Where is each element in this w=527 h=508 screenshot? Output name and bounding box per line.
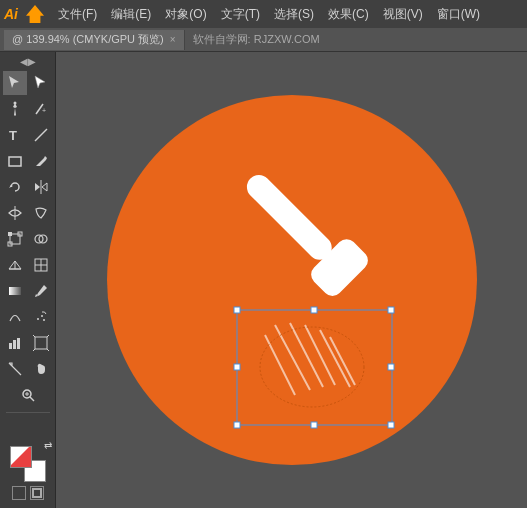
- menu-items: 文件(F) 编辑(E) 对象(O) 文字(T) 选择(S) 效果(C) 视图(V…: [52, 4, 486, 25]
- add-anchor-tool[interactable]: +: [29, 97, 53, 121]
- broom-artwork: [107, 95, 477, 465]
- svg-rect-34: [33, 489, 41, 497]
- menu-text[interactable]: 文字(T): [215, 4, 266, 25]
- toolbar-toggle[interactable]: ◀▶: [0, 56, 55, 67]
- tool-row-select: [0, 71, 55, 95]
- menu-effect[interactable]: 效果(C): [322, 4, 375, 25]
- rect-tool[interactable]: [3, 149, 27, 173]
- tab-close-button[interactable]: ×: [170, 34, 176, 45]
- toolbar: ◀▶ + T: [0, 52, 56, 508]
- svg-rect-35: [241, 170, 336, 265]
- svg-rect-51: [234, 422, 240, 428]
- tool-row-width: [0, 201, 55, 225]
- svg-rect-47: [311, 307, 317, 313]
- tool-row-type: T: [0, 123, 55, 147]
- tool-row-transform: [0, 227, 55, 251]
- svg-line-29: [47, 349, 49, 351]
- swap-colors-icon[interactable]: ⇄: [44, 440, 52, 451]
- rotate-tool[interactable]: [3, 175, 27, 199]
- select-tool[interactable]: [3, 71, 27, 95]
- tool-row-pen: +: [0, 97, 55, 121]
- menu-file[interactable]: 文件(F): [52, 4, 103, 25]
- svg-rect-53: [388, 422, 394, 428]
- menu-object[interactable]: 对象(O): [159, 4, 212, 25]
- tool-separator: [6, 412, 50, 413]
- svg-line-3: [35, 129, 47, 141]
- gradient-tool[interactable]: [3, 279, 27, 303]
- tool-row-slice: [0, 357, 55, 381]
- svg-point-21: [43, 319, 45, 321]
- svg-text:T: T: [9, 128, 17, 143]
- svg-rect-50: [388, 364, 394, 370]
- tab-website: 软件自学网: RJZXW.COM: [193, 32, 320, 47]
- color-mode-row: [12, 486, 44, 500]
- artboard-tool[interactable]: [29, 331, 53, 355]
- zoom-tool[interactable]: [16, 383, 40, 407]
- svg-rect-24: [17, 338, 20, 349]
- menu-window[interactable]: 窗口(W): [431, 4, 486, 25]
- svg-rect-46: [234, 307, 240, 313]
- svg-line-26: [33, 335, 35, 337]
- svg-point-20: [41, 315, 43, 317]
- menu-view[interactable]: 视图(V): [377, 4, 429, 25]
- svg-rect-25: [35, 337, 47, 349]
- tool-row-zoom: [0, 383, 55, 407]
- tool-row-blend: [0, 305, 55, 329]
- toggle-arrows-icon[interactable]: ◀▶: [20, 56, 36, 67]
- svg-rect-52: [311, 422, 317, 428]
- symbol-sprayer-tool[interactable]: [29, 305, 53, 329]
- width-tool[interactable]: [3, 201, 27, 225]
- svg-point-19: [37, 318, 39, 320]
- type-tool[interactable]: T: [3, 123, 27, 147]
- svg-line-31: [30, 397, 34, 401]
- eyedropper-tool[interactable]: [29, 279, 53, 303]
- perspective-tool[interactable]: [3, 253, 27, 277]
- diagonal-color: [10, 446, 31, 467]
- shape-builder-tool[interactable]: [29, 227, 53, 251]
- pencil-tool[interactable]: [29, 149, 53, 173]
- svg-line-28: [33, 349, 35, 351]
- tool-row-rotate: [0, 175, 55, 199]
- foreground-color-swatch[interactable]: [10, 446, 32, 468]
- warp-tool[interactable]: [29, 201, 53, 225]
- tool-row-gradient: [0, 279, 55, 303]
- color-swatch-stack[interactable]: ⇄: [10, 446, 46, 482]
- document-tab[interactable]: @ 139.94% (CMYK/GPU 预览) ×: [4, 30, 185, 50]
- svg-rect-48: [388, 307, 394, 313]
- color-fill-box[interactable]: [12, 486, 26, 500]
- menu-edit[interactable]: 编辑(E): [105, 4, 157, 25]
- tool-row-shape: [0, 149, 55, 173]
- app-logo: Ai: [4, 6, 18, 22]
- slice-tool[interactable]: [3, 357, 27, 381]
- svg-rect-23: [13, 340, 16, 349]
- svg-rect-49: [234, 364, 240, 370]
- tool-row-perspective: [0, 253, 55, 277]
- mesh-tool[interactable]: [29, 253, 53, 277]
- free-transform-tool[interactable]: [3, 227, 27, 251]
- tab-label: @ 139.94% (CMYK/GPU 预览): [12, 32, 164, 47]
- menu-bar: Ai 文件(F) 编辑(E) 对象(O) 文字(T) 选择(S) 效果(C) 视…: [0, 0, 527, 28]
- svg-rect-22: [9, 343, 12, 349]
- home-icon[interactable]: [26, 5, 44, 23]
- svg-rect-18: [9, 287, 21, 295]
- color-swatches: ⇄: [10, 446, 46, 504]
- line-tool[interactable]: [29, 123, 53, 147]
- main-area: ◀▶ + T: [0, 52, 527, 508]
- svg-point-0: [13, 102, 16, 105]
- menu-select[interactable]: 选择(S): [268, 4, 320, 25]
- svg-text:+: +: [42, 107, 46, 114]
- svg-rect-8: [8, 232, 12, 236]
- pen-tool[interactable]: [3, 97, 27, 121]
- artwork: [107, 95, 477, 465]
- canvas-area[interactable]: [56, 52, 527, 508]
- stroke-box[interactable]: [30, 486, 44, 500]
- tab-bar: @ 139.94% (CMYK/GPU 预览) × 软件自学网: RJZXW.C…: [0, 28, 527, 52]
- svg-rect-4: [9, 157, 21, 166]
- reflect-tool[interactable]: [29, 175, 53, 199]
- direct-select-tool[interactable]: [29, 71, 53, 95]
- tool-row-chart: [0, 331, 55, 355]
- blend-tool[interactable]: [3, 305, 27, 329]
- svg-line-27: [47, 335, 49, 337]
- column-chart-tool[interactable]: [3, 331, 27, 355]
- hand-tool[interactable]: [29, 357, 53, 381]
